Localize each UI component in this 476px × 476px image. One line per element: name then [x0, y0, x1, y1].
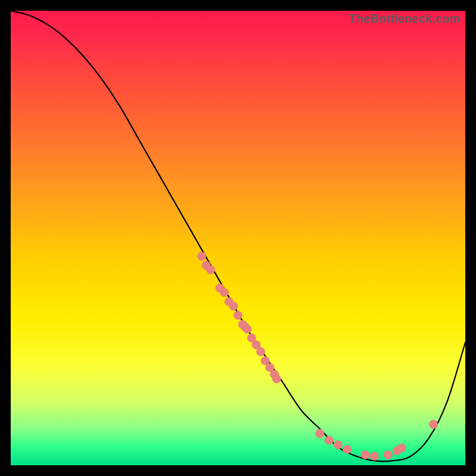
bottleneck-curve-line [11, 11, 465, 461]
scatter-dot [243, 325, 252, 334]
scatter-dot [384, 450, 393, 459]
scatter-dot [370, 452, 379, 461]
chart-svg [11, 11, 465, 465]
scatter-dot [397, 444, 406, 453]
scatter-dot [429, 420, 438, 429]
scatter-dot [334, 440, 343, 449]
scatter-dots-group [198, 252, 438, 461]
scatter-dot [256, 347, 265, 356]
scatter-dot [198, 252, 206, 261]
scatter-dot [220, 288, 229, 297]
chart-frame: TheBottleneck.com [0, 0, 476, 476]
scatter-dot [315, 429, 324, 438]
scatter-dot [361, 450, 370, 459]
scatter-dot [229, 302, 238, 311]
scatter-dot [343, 445, 352, 454]
scatter-dot [273, 375, 281, 384]
scatter-dot [206, 265, 215, 274]
plot-area: TheBottleneck.com [11, 11, 465, 465]
scatter-dot [325, 436, 334, 445]
scatter-dot [234, 311, 243, 320]
